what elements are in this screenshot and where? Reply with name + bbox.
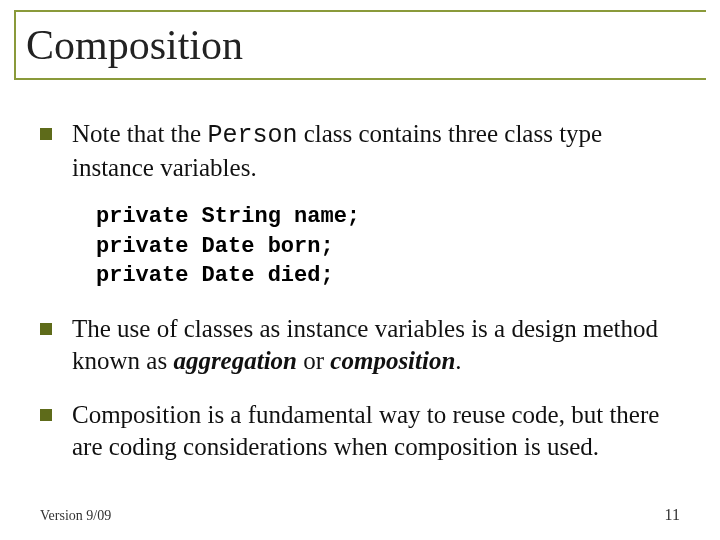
- code-inline: Person: [207, 121, 297, 150]
- bullet-item: Composition is a fundamental way to reus…: [40, 399, 680, 463]
- bullet-text: Composition is a fundamental way to reus…: [72, 399, 680, 463]
- code-line: private String name;: [96, 204, 360, 229]
- emphasis-term: composition: [330, 347, 455, 374]
- square-bullet-icon: [40, 323, 52, 335]
- text-run: .: [455, 347, 461, 374]
- text-run: or: [297, 347, 330, 374]
- code-line: private Date born;: [96, 234, 334, 259]
- text-run: Note that the: [72, 120, 207, 147]
- title-frame: Composition: [14, 10, 706, 80]
- footer-version: Version 9/09: [40, 508, 111, 524]
- square-bullet-icon: [40, 409, 52, 421]
- content-area: Note that the Person class contains thre…: [40, 118, 680, 480]
- bullet-text: The use of classes as instance variables…: [72, 313, 680, 377]
- square-bullet-icon: [40, 128, 52, 140]
- text-run: Composition is a fundamental way to reus…: [72, 401, 659, 460]
- footer-page-number: 11: [665, 506, 680, 524]
- code-block: private String name; private Date born; …: [96, 202, 680, 291]
- bullet-text: Note that the Person class contains thre…: [72, 118, 680, 184]
- bullet-item: Note that the Person class contains thre…: [40, 118, 680, 184]
- slide: Composition Note that the Person class c…: [0, 0, 720, 540]
- code-line: private Date died;: [96, 263, 334, 288]
- bullet-item: The use of classes as instance variables…: [40, 313, 680, 377]
- slide-title: Composition: [26, 24, 243, 66]
- emphasis-term: aggregation: [173, 347, 297, 374]
